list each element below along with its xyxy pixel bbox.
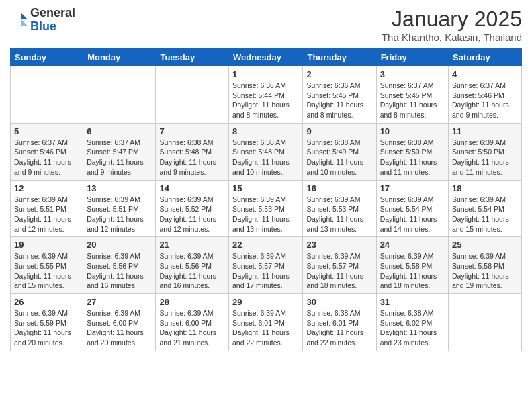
day-number: 30 (306, 297, 372, 307)
table-row: 16Sunrise: 6:39 AM Sunset: 5:53 PM Dayli… (303, 180, 376, 237)
logo-general: General (30, 6, 75, 19)
day-number: 24 (380, 240, 445, 250)
table-row: 18Sunrise: 6:39 AM Sunset: 5:54 PM Dayli… (449, 180, 522, 237)
day-info: Sunrise: 6:36 AM Sunset: 5:44 PM Dayligh… (232, 81, 299, 120)
col-sunday: Sunday (11, 49, 83, 66)
table-row (449, 294, 522, 351)
logo-icon (10, 11, 29, 30)
header: General Blue January 2025 Tha Khantho, K… (10, 7, 522, 43)
table-row: 31Sunrise: 6:38 AM Sunset: 6:02 PM Dayli… (376, 294, 448, 351)
day-info: Sunrise: 6:38 AM Sunset: 5:48 PM Dayligh… (159, 138, 225, 177)
day-number: 7 (159, 126, 225, 136)
location-title: Tha Khantho, Kalasin, Thailand (382, 32, 522, 43)
table-row (11, 66, 83, 124)
day-number: 6 (87, 126, 152, 136)
day-number: 21 (159, 240, 225, 250)
logo-text: General Blue (30, 7, 75, 34)
day-number: 22 (232, 240, 299, 250)
logo-blue: Blue (30, 19, 56, 33)
day-number: 29 (232, 297, 299, 307)
table-row: 17Sunrise: 6:39 AM Sunset: 5:54 PM Dayli… (376, 180, 448, 237)
day-number: 8 (232, 126, 299, 136)
day-info: Sunrise: 6:39 AM Sunset: 5:52 PM Dayligh… (159, 195, 225, 234)
table-row: 19Sunrise: 6:39 AM Sunset: 5:55 PM Dayli… (11, 237, 83, 294)
table-row: 14Sunrise: 6:39 AM Sunset: 5:52 PM Dayli… (156, 180, 229, 237)
table-row: 25Sunrise: 6:39 AM Sunset: 5:58 PM Dayli… (449, 237, 522, 294)
table-row: 2Sunrise: 6:36 AM Sunset: 5:45 PM Daylig… (303, 66, 376, 124)
table-row: 24Sunrise: 6:39 AM Sunset: 5:58 PM Dayli… (376, 237, 448, 294)
table-row: 29Sunrise: 6:39 AM Sunset: 6:01 PM Dayli… (229, 294, 303, 351)
day-info: Sunrise: 6:39 AM Sunset: 5:55 PM Dayligh… (14, 251, 79, 291)
day-info: Sunrise: 6:39 AM Sunset: 5:54 PM Dayligh… (452, 195, 518, 234)
table-row: 23Sunrise: 6:39 AM Sunset: 5:57 PM Dayli… (303, 237, 376, 294)
day-info: Sunrise: 6:36 AM Sunset: 5:45 PM Dayligh… (306, 81, 372, 120)
day-number: 3 (380, 69, 445, 79)
table-row: 28Sunrise: 6:39 AM Sunset: 6:00 PM Dayli… (156, 294, 229, 351)
day-info: Sunrise: 6:38 AM Sunset: 5:48 PM Dayligh… (232, 138, 299, 177)
day-number: 19 (14, 240, 79, 250)
day-info: Sunrise: 6:39 AM Sunset: 6:00 PM Dayligh… (87, 308, 152, 348)
table-row: 4Sunrise: 6:37 AM Sunset: 5:46 PM Daylig… (449, 66, 522, 124)
day-number: 2 (306, 69, 372, 79)
day-info: Sunrise: 6:38 AM Sunset: 5:49 PM Dayligh… (306, 138, 372, 177)
day-number: 18 (452, 183, 518, 193)
day-number: 23 (306, 240, 372, 250)
table-row: 27Sunrise: 6:39 AM Sunset: 6:00 PM Dayli… (83, 294, 156, 351)
day-number: 11 (452, 126, 518, 136)
day-number: 10 (380, 126, 445, 136)
table-row: 12Sunrise: 6:39 AM Sunset: 5:51 PM Dayli… (11, 180, 83, 237)
day-number: 28 (159, 297, 225, 307)
calendar-week-3: 12Sunrise: 6:39 AM Sunset: 5:51 PM Dayli… (11, 180, 522, 237)
table-row: 20Sunrise: 6:39 AM Sunset: 5:56 PM Dayli… (83, 237, 156, 294)
table-row: 21Sunrise: 6:39 AM Sunset: 5:56 PM Dayli… (156, 237, 229, 294)
day-number: 14 (159, 183, 225, 193)
table-row: 3Sunrise: 6:37 AM Sunset: 5:45 PM Daylig… (376, 66, 448, 124)
day-info: Sunrise: 6:39 AM Sunset: 6:00 PM Dayligh… (159, 308, 225, 348)
header-row: Sunday Monday Tuesday Wednesday Thursday… (11, 49, 522, 66)
calendar-week-4: 19Sunrise: 6:39 AM Sunset: 5:55 PM Dayli… (11, 237, 522, 294)
day-info: Sunrise: 6:39 AM Sunset: 5:51 PM Dayligh… (14, 195, 79, 234)
day-info: Sunrise: 6:39 AM Sunset: 5:59 PM Dayligh… (14, 308, 79, 348)
table-row: 8Sunrise: 6:38 AM Sunset: 5:48 PM Daylig… (229, 123, 303, 180)
day-info: Sunrise: 6:39 AM Sunset: 5:51 PM Dayligh… (87, 195, 152, 234)
day-info: Sunrise: 6:37 AM Sunset: 5:47 PM Dayligh… (87, 138, 152, 177)
table-row: 10Sunrise: 6:38 AM Sunset: 5:50 PM Dayli… (376, 123, 448, 180)
day-info: Sunrise: 6:38 AM Sunset: 6:01 PM Dayligh… (306, 308, 372, 348)
day-info: Sunrise: 6:39 AM Sunset: 5:53 PM Dayligh… (306, 195, 372, 234)
day-info: Sunrise: 6:38 AM Sunset: 6:02 PM Dayligh… (380, 308, 445, 348)
day-info: Sunrise: 6:39 AM Sunset: 5:58 PM Dayligh… (380, 251, 445, 291)
day-info: Sunrise: 6:37 AM Sunset: 5:45 PM Dayligh… (380, 81, 445, 120)
table-row (83, 66, 156, 124)
svg-marker-1 (21, 19, 28, 26)
table-row: 7Sunrise: 6:38 AM Sunset: 5:48 PM Daylig… (156, 123, 229, 180)
col-tuesday: Tuesday (156, 49, 229, 66)
col-saturday: Saturday (449, 49, 522, 66)
day-number: 15 (232, 183, 299, 193)
table-row: 26Sunrise: 6:39 AM Sunset: 5:59 PM Dayli… (11, 294, 83, 351)
day-info: Sunrise: 6:39 AM Sunset: 5:53 PM Dayligh… (232, 195, 299, 234)
day-info: Sunrise: 6:39 AM Sunset: 6:01 PM Dayligh… (232, 308, 299, 348)
day-info: Sunrise: 6:39 AM Sunset: 5:57 PM Dayligh… (306, 251, 372, 291)
day-info: Sunrise: 6:37 AM Sunset: 5:46 PM Dayligh… (14, 138, 79, 177)
calendar-week-2: 5Sunrise: 6:37 AM Sunset: 5:46 PM Daylig… (11, 123, 522, 180)
day-number: 17 (380, 183, 445, 193)
calendar-week-1: 1Sunrise: 6:36 AM Sunset: 5:44 PM Daylig… (11, 66, 522, 124)
day-info: Sunrise: 6:39 AM Sunset: 5:56 PM Dayligh… (159, 251, 225, 291)
day-number: 31 (380, 297, 445, 307)
day-number: 20 (87, 240, 152, 250)
day-info: Sunrise: 6:38 AM Sunset: 5:50 PM Dayligh… (380, 138, 445, 177)
table-row: 5Sunrise: 6:37 AM Sunset: 5:46 PM Daylig… (11, 123, 83, 180)
table-row: 30Sunrise: 6:38 AM Sunset: 6:01 PM Dayli… (303, 294, 376, 351)
day-number: 25 (452, 240, 518, 250)
day-number: 4 (452, 69, 518, 79)
col-wednesday: Wednesday (229, 49, 303, 66)
day-number: 13 (87, 183, 152, 193)
table-row: 1Sunrise: 6:36 AM Sunset: 5:44 PM Daylig… (229, 66, 303, 124)
svg-marker-0 (21, 13, 28, 19)
day-number: 16 (306, 183, 372, 193)
day-info: Sunrise: 6:39 AM Sunset: 5:57 PM Dayligh… (232, 251, 299, 291)
day-number: 1 (232, 69, 299, 79)
day-number: 27 (87, 297, 152, 307)
day-info: Sunrise: 6:39 AM Sunset: 5:58 PM Dayligh… (452, 251, 518, 291)
col-thursday: Thursday (303, 49, 376, 66)
